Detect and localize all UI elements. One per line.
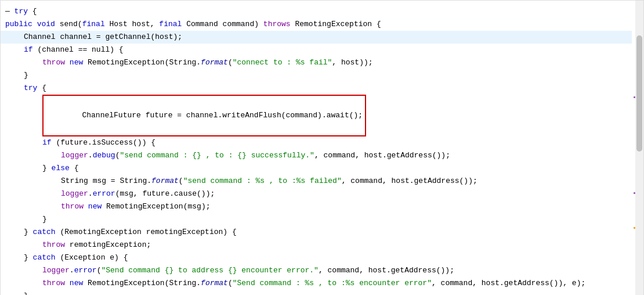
line-content: } [42, 213, 47, 226]
code-line: throw new RemotingException(String.forma… [1, 277, 632, 290]
line-content: } catch (Exception e) { [24, 251, 128, 264]
code-line: try { [1, 82, 632, 95]
code-line: } catch (Exception e) { [1, 251, 632, 264]
line-content: throw remotingException; [42, 239, 151, 251]
scrollbar-thumb[interactable] [636, 35, 642, 152]
code-line: public void send(final Host host, final … [1, 18, 632, 31]
line-content: logger.error("Send command {} to address… [42, 264, 454, 277]
line-content: throw new RemotingException(String.forma… [42, 277, 585, 290]
line-content: } catch (RemotingException remotingExcep… [24, 226, 237, 239]
line-content: String msg = String.format("send command… [61, 175, 477, 188]
code-line: logger.error(msg, future.cause()); [1, 188, 632, 200]
code-line: } [1, 290, 632, 295]
code-editor: — try { public void send(final Host host… [0, 0, 644, 295]
code-line: logger.error("Send command {} to address… [1, 264, 632, 277]
line-content: } [24, 290, 28, 295]
line-content: — try { [5, 5, 37, 18]
code-line-highlighted: Channel channel = getChannel(host); [1, 31, 632, 44]
scrollbar[interactable] [635, 1, 643, 295]
line-content: logger.error(msg, future.cause()); [61, 188, 215, 200]
line-content: if (future.isSuccess()) { [42, 136, 155, 149]
code-line: if (future.isSuccess()) { [1, 136, 632, 149]
code-line-boxed: ChannelFuture future = channel.writeAndF… [1, 95, 632, 136]
line-content: } [24, 69, 28, 82]
minimap-marker-purple [634, 96, 635, 98]
code-line: String msg = String.format("send command… [1, 175, 632, 188]
code-line: — try { [1, 5, 632, 18]
line-content: if (channel == null) { [24, 44, 124, 56]
line-content: throw new RemotingException(msg); [61, 200, 210, 213]
line-content: public void send(final Host host, final … [5, 18, 381, 31]
line-content: } else { [42, 162, 78, 175]
line-content: throw new RemotingException(String.forma… [42, 56, 373, 69]
code-line: } else { [1, 162, 632, 175]
code-line: throw new RemotingException(msg); [1, 200, 632, 213]
code-line: if (channel == null) { [1, 44, 632, 56]
line-content: try { [24, 82, 46, 95]
code-line: } catch (RemotingException remotingExcep… [1, 226, 632, 239]
code-line: throw new RemotingException(String.forma… [1, 56, 632, 69]
code-line: logger.debug("send command : {} , to : {… [1, 149, 632, 162]
code-line: } [1, 213, 632, 226]
line-content: logger.debug("send command : {} , to : {… [61, 149, 450, 162]
minimap-marker-purple-2 [634, 192, 635, 194]
code-area: — try { public void send(final Host host… [1, 1, 643, 295]
code-line: throw remotingException; [1, 239, 632, 251]
minimap-marker-yellow [634, 227, 635, 229]
code-line: } [1, 69, 632, 82]
line-content: Channel channel = getChannel(host); [24, 31, 182, 44]
highlighted-code-box: ChannelFuture future = channel.writeAndF… [42, 95, 366, 136]
